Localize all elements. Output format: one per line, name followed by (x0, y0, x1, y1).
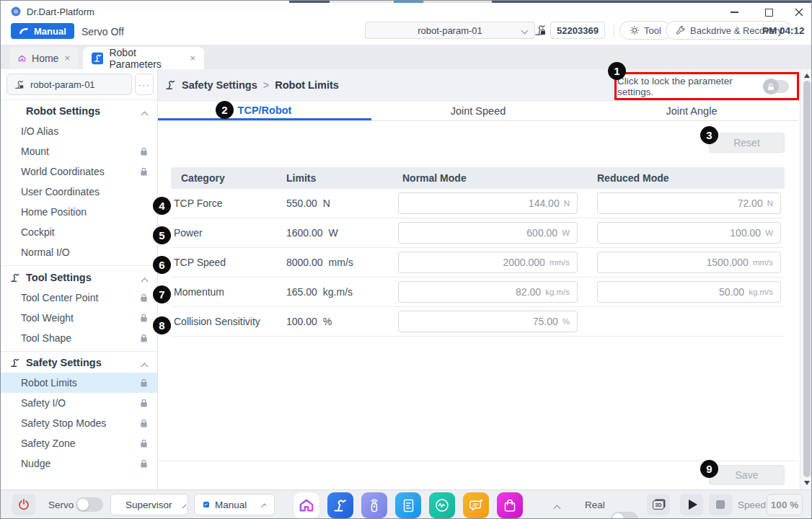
normal-mode-input[interactable]: 75.00% (398, 311, 578, 332)
lock-icon (140, 293, 148, 302)
tool-button[interactable]: Tool (619, 21, 671, 40)
titlebar: Dr.Dart-Platform (1, 3, 811, 21)
limits-table: Category Limits Normal Mode Reduced Mode… (171, 167, 785, 337)
normal-mode-input[interactable]: 82.00kg.m/s (398, 281, 578, 303)
chevron-up-icon (261, 503, 267, 509)
lock-icon (140, 419, 148, 427)
play-button[interactable] (680, 494, 703, 515)
scrollbar-thumb[interactable] (803, 81, 811, 477)
tab-home[interactable]: Home × (9, 47, 79, 69)
vertical-scrollbar[interactable] (800, 69, 812, 489)
sidebar-item-tool-center-point[interactable]: Tool Center Point (1, 288, 157, 308)
sidebar-item-home-position[interactable]: Home Position (1, 202, 157, 222)
sidebar-section-robot-settings[interactable]: Robot Settings (1, 101, 157, 121)
real-mode-toggle[interactable] (611, 512, 638, 519)
app-title: Dr.Dart-Platform (27, 6, 94, 17)
tab-joint-speed[interactable]: Joint Speed (371, 102, 585, 120)
reduced-mode-input[interactable]: 100.00W (597, 222, 781, 244)
messages-app-icon (469, 498, 484, 513)
sidebar-more-button[interactable]: ··· (135, 74, 154, 95)
robot-serial-number[interactable]: 52203369 (550, 22, 605, 39)
power-button[interactable] (12, 494, 35, 515)
stop-icon (716, 500, 725, 509)
save-button[interactable]: Save (709, 465, 785, 485)
sidebar-item-safety-zone[interactable]: Safety Zone (1, 433, 157, 453)
reduced-mode-input[interactable]: 72.00N (597, 192, 781, 214)
servo-status-text: Servo Off (81, 26, 124, 37)
tab-joint-angle[interactable]: Joint Angle (585, 102, 798, 120)
simulator-3d-button[interactable]: 3D (647, 494, 670, 515)
divider (158, 461, 798, 461)
scroll-up-icon[interactable] (804, 74, 810, 78)
reduced-mode-input[interactable]: 50.00kg.m/s (597, 281, 781, 303)
sidebar-param-header[interactable]: robot-param-01 (6, 74, 132, 95)
app-window: Dr.Dart-Platform Manual Servo Off robot-… (0, 0, 812, 519)
dock-app-remote-control[interactable] (361, 492, 387, 518)
robot-parameters-icon (92, 52, 103, 65)
normal-mode-input[interactable]: 144.00N (398, 192, 578, 214)
table-row-momentum: Momentum 165.00kg.m/s 82.00kg.m/s 50.00k… (171, 278, 785, 307)
sidebar-item-normal-io[interactable]: Normal I/O (1, 242, 157, 262)
maximize-button[interactable] (758, 4, 780, 20)
tab-close-icon[interactable]: × (64, 53, 70, 63)
manual-mode-icon (19, 27, 30, 35)
robot-icon (165, 80, 176, 90)
tab-tcp-robot[interactable]: TCP/Robot (158, 102, 371, 120)
annotation-badge-3: 3 (700, 126, 718, 144)
dock-app-robot-parameters[interactable] (327, 492, 353, 518)
table-header: Category Limits Normal Mode Reduced Mode (171, 167, 785, 189)
stop-button[interactable] (709, 494, 732, 515)
sidebar-item-robot-limits[interactable]: Robot Limits (1, 373, 157, 393)
sidebar-item-user-coordinates[interactable]: User Coordinates (1, 182, 157, 202)
dock-app-store[interactable] (497, 492, 523, 518)
sidebar-item-cockpit[interactable]: Cockpit (1, 222, 157, 242)
minimize-icon (731, 12, 738, 13)
sidebar-item-safety-stop-modes[interactable]: Safety Stop Modes (1, 413, 157, 433)
real-mode-label: Real (585, 500, 605, 510)
annotation-badge-2: 2 (216, 101, 234, 119)
dock-app-messages[interactable] (463, 492, 489, 518)
annotation-badge-7: 7 (153, 285, 171, 303)
reduced-mode-input[interactable]: 1500.000mm/s (597, 252, 781, 273)
annotation-badge-8: 8 (153, 316, 171, 334)
param-file-select[interactable]: robot-param-01 (365, 22, 535, 39)
parameter-tabs: TCP/Robot Joint Speed Joint Angle (158, 102, 798, 121)
sidebar-section-safety-settings[interactable]: Safety Settings (1, 352, 157, 373)
dock-app-task-editor[interactable] (395, 492, 421, 518)
dock-app-home[interactable] (294, 492, 319, 518)
lock-icon (140, 167, 148, 176)
sidebar-item-safety-io[interactable]: Safety I/O (1, 393, 157, 413)
sidebar-item-nudge[interactable]: Nudge (1, 453, 157, 474)
manual-mode-button[interactable]: Manual (11, 23, 74, 39)
annotation-badge-1: 1 (608, 62, 626, 80)
minimize-button[interactable] (723, 4, 745, 20)
speed-value[interactable]: 100 % (767, 494, 803, 515)
tab-robot-parameters[interactable]: Robot Parameters × (83, 47, 204, 69)
tab-close-icon[interactable]: × (190, 53, 195, 63)
operation-mode-select[interactable]: Manual (194, 494, 275, 515)
table-row-tcp-speed: TCP Speed 8000.00mm/s 2000.000mm/s 1500.… (171, 248, 785, 278)
annotation-badge-5: 5 (153, 226, 171, 244)
sidebar-item-tool-weight[interactable]: Tool Weight (1, 308, 157, 328)
close-button[interactable] (788, 4, 810, 20)
normal-mode-input[interactable]: 600.00W (398, 222, 578, 244)
normal-mode-input[interactable]: 2000.000mm/s (398, 252, 578, 273)
sidebar-item-io-alias[interactable]: I/O Alias (1, 121, 157, 141)
sidebar-item-world-coordinates[interactable]: World Coordinates (1, 161, 157, 182)
servo-toggle[interactable] (76, 497, 103, 512)
dock-app-status-monitor[interactable] (429, 492, 455, 518)
reset-button[interactable]: Reset (709, 133, 785, 153)
sidebar-item-tool-shape[interactable]: Tool Shape (1, 328, 157, 348)
chevron-up-icon (141, 278, 149, 285)
lock-icon (140, 459, 148, 468)
annotation-badge-6: 6 (153, 256, 171, 274)
dock-expand-icon[interactable] (554, 505, 561, 513)
user-role-select[interactable]: Supervisor (110, 494, 188, 515)
breadcrumb-section[interactable]: Safety Settings (182, 79, 257, 91)
scroll-down-icon[interactable] (804, 481, 810, 485)
robot-icon (10, 358, 20, 368)
annotation-highlight-rect (614, 72, 799, 100)
app-logo-icon (11, 6, 21, 17)
sidebar-section-tool-settings[interactable]: Tool Settings (1, 267, 157, 288)
sidebar-item-mount[interactable]: Mount (1, 141, 157, 161)
